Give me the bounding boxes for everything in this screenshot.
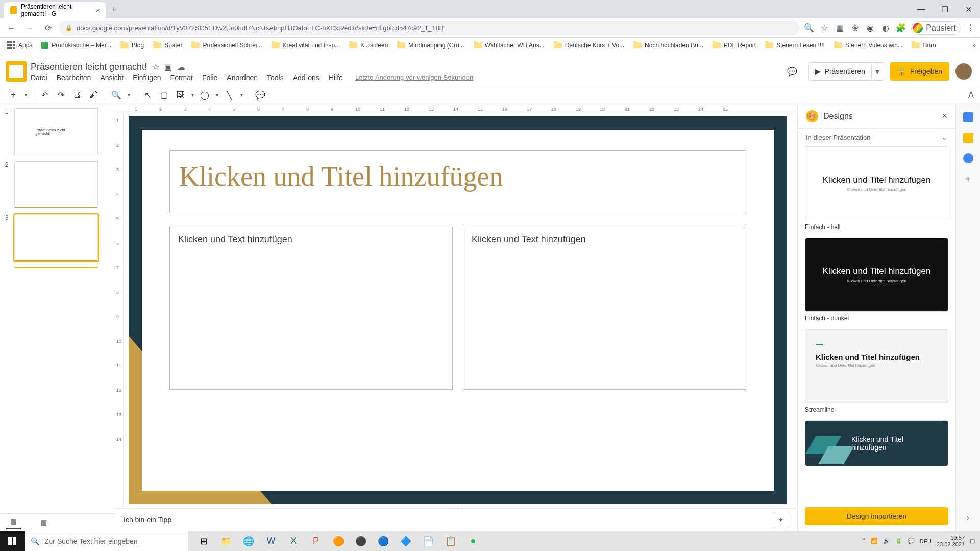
menu-format[interactable]: Format <box>170 73 193 82</box>
bookmark-item[interactable]: Mindmapping (Gru... <box>394 40 467 51</box>
apps-button[interactable]: Apps <box>4 39 35 52</box>
menu-bearbeiten[interactable]: Bearbeiten <box>57 73 91 82</box>
new-slide-dropdown[interactable]: ▾ <box>22 92 29 98</box>
print-button[interactable]: 🖨 <box>70 88 84 102</box>
bookmark-item[interactable]: Blog <box>117 40 147 51</box>
bookmark-item[interactable]: Noch hochladen Bu... <box>630 40 706 51</box>
reload-button[interactable]: ⟳ <box>41 21 55 35</box>
slide-canvas[interactable]: Klicken und Titel hinzufügen Klicken und… <box>129 116 787 504</box>
move-document-icon[interactable]: ▣ <box>164 62 172 72</box>
paint-format-button[interactable]: 🖌 <box>86 88 101 102</box>
qr-icon[interactable]: ▦ <box>835 23 845 33</box>
menu-einfuegen[interactable]: Einfügen <box>133 73 161 82</box>
bookmark-item[interactable]: Steuern Lesen !!!! <box>762 40 828 51</box>
new-tab-button[interactable]: + <box>111 4 117 15</box>
powerpoint-icon[interactable]: P <box>305 531 327 552</box>
tray-expand-icon[interactable]: ˄ <box>863 538 866 544</box>
forward-button[interactable]: → <box>22 21 37 35</box>
zoom-icon[interactable]: 🔍 <box>804 23 814 33</box>
horizontal-ruler[interactable]: 1234567891011121314151617181920212223242… <box>115 104 797 112</box>
word-icon[interactable]: W <box>260 531 282 552</box>
maximize-button[interactable]: ☐ <box>933 1 957 17</box>
design-card-dark[interactable]: Klicken und Titel hinzufügen Klicken und… <box>805 238 948 312</box>
bookmark-item[interactable]: PDF Report <box>709 40 759 51</box>
star-document-icon[interactable]: ☆ <box>152 62 159 72</box>
design-card-focus[interactable]: Klicken und Titel hinzufügen <box>805 420 948 466</box>
extension-icon[interactable]: ❀ <box>850 23 860 33</box>
language-indicator[interactable]: DEU <box>920 538 932 544</box>
bookmark-item[interactable]: Kreativität und Insp... <box>268 40 344 51</box>
obs-icon[interactable]: ⚫ <box>350 531 372 552</box>
undo-button[interactable]: ↶ <box>37 88 52 102</box>
excel-icon[interactable]: X <box>283 531 304 552</box>
chrome-icon[interactable]: 🔵 <box>373 531 394 552</box>
slide-thumbnail-3[interactable] <box>14 214 98 261</box>
present-button[interactable]: ▶ Präsentieren <box>808 62 872 81</box>
close-tab-icon[interactable]: × <box>96 6 100 14</box>
back-button[interactable]: ← <box>4 21 18 35</box>
star-icon[interactable]: ☆ <box>819 23 829 33</box>
image-tool[interactable]: 🖼 <box>173 88 187 102</box>
redo-button[interactable]: ↷ <box>54 88 68 102</box>
document-title[interactable]: Präsentieren leicht gemacht! <box>31 62 147 72</box>
minimize-button[interactable]: — <box>910 1 933 17</box>
last-edit-link[interactable]: Letzte Änderung vor wenigen Sekunden <box>355 73 473 81</box>
bookmark-item[interactable]: Wahlfächer WU Aus... <box>471 40 548 51</box>
filmstrip-view-icon[interactable]: ▤ <box>6 515 21 529</box>
extension-icon-2[interactable]: ◉ <box>865 23 875 33</box>
line-dropdown[interactable]: ▾ <box>238 92 244 98</box>
body-placeholder-left[interactable]: Klicken und Text hinzufügen <box>169 227 453 390</box>
task-view-icon[interactable]: ⊞ <box>193 531 214 552</box>
bookmark-item[interactable]: Deutsche Kurs + Vo... <box>551 40 627 51</box>
collapse-toolbar-icon[interactable]: ᐱ <box>968 90 974 100</box>
spotify-icon[interactable]: ● <box>462 531 484 552</box>
chrome-menu-icon[interactable]: ⋮ <box>966 23 976 33</box>
account-avatar[interactable] <box>955 63 972 80</box>
action-center-icon[interactable]: ▢ <box>970 538 975 544</box>
menu-hilfe[interactable]: Hilfe <box>329 73 343 82</box>
edge2-icon[interactable]: 🔷 <box>395 531 416 552</box>
comments-button[interactable]: 💬 <box>782 61 802 82</box>
app-icon-2[interactable]: 📄 <box>418 531 439 552</box>
body-placeholder-right[interactable]: Klicken und Text hinzufügen <box>463 227 746 390</box>
calendar-icon[interactable] <box>963 112 973 122</box>
menu-tools[interactable]: Tools <box>267 73 284 82</box>
menu-ansicht[interactable]: Ansicht <box>100 73 124 82</box>
zoom-button[interactable]: 🔍 <box>109 88 124 102</box>
bookmark-item[interactable]: Kursideen <box>346 40 391 51</box>
menu-folie[interactable]: Folie <box>202 73 217 82</box>
speaker-notes[interactable]: ⋯⋯ Ich bin ein Tipp ✦ <box>115 508 797 531</box>
menu-addons[interactable]: Add-ons <box>293 73 320 82</box>
designs-section-header[interactable]: In dieser Präsentation ⌄ <box>798 129 955 146</box>
explorer-icon[interactable]: 📁 <box>215 531 237 552</box>
keep-icon[interactable] <box>963 133 973 143</box>
title-placeholder[interactable]: Klicken und Titel hinzufügen <box>169 150 746 213</box>
bookmarks-overflow[interactable]: » <box>972 42 976 49</box>
grid-view-icon[interactable]: ▦ <box>36 516 51 529</box>
start-button[interactable] <box>0 531 24 552</box>
slide-thumbnail-1[interactable]: Präsentieren leicht gemacht! <box>14 108 98 155</box>
volume-icon[interactable]: 🔊 <box>883 538 890 544</box>
close-window-button[interactable]: ✕ <box>957 1 980 17</box>
add-addon-icon[interactable]: + <box>965 173 971 185</box>
app-icon[interactable]: 🟠 <box>328 531 349 552</box>
extension-icon-3[interactable]: ◐ <box>880 23 891 33</box>
bookmark-item[interactable]: Professionell Schrei... <box>188 40 265 51</box>
resize-grip-icon[interactable]: ⋯⋯ <box>448 505 464 513</box>
cloud-status-icon[interactable]: ☁ <box>177 62 185 72</box>
battery-icon[interactable]: 🔋 <box>895 538 902 544</box>
bookmark-item[interactable]: Später <box>150 40 185 51</box>
shape-tool[interactable]: ◯ <box>198 88 212 102</box>
line-tool[interactable]: ╲ <box>222 88 236 102</box>
bookmark-item[interactable]: Steuern Videos wic... <box>831 40 906 51</box>
new-slide-button[interactable]: + <box>6 88 20 102</box>
tasks-icon[interactable] <box>963 153 973 163</box>
menu-datei[interactable]: Datei <box>31 73 47 82</box>
design-card-light[interactable]: Klicken und Titel hinzufügen Klicken und… <box>805 146 948 220</box>
browser-tab[interactable]: Präsentieren leicht gemacht! - G × <box>4 2 106 18</box>
share-button[interactable]: 🔒 Freigeben <box>890 62 949 81</box>
clock[interactable]: 19:57 23.02.2021 <box>937 535 965 548</box>
slide-thumbnail-2[interactable] <box>14 161 98 208</box>
bookmark-item[interactable]: Produktsuche – Mer... <box>38 40 114 51</box>
extensions-menu-icon[interactable]: 🧩 <box>896 23 906 33</box>
